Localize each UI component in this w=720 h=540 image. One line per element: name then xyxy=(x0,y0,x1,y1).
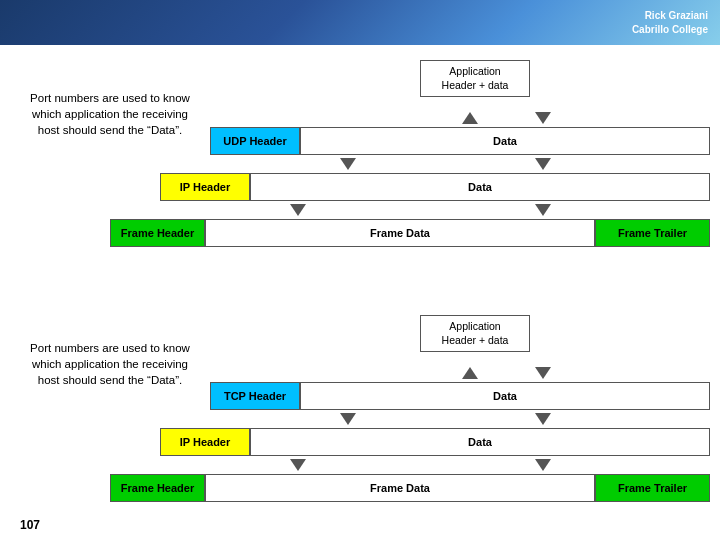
port-text-2: Port numbers are used to know which appl… xyxy=(20,340,200,388)
logo-line2: Cabrillo College xyxy=(632,23,708,37)
arrow-down-udp-right xyxy=(535,158,551,170)
arrow-down-right-2 xyxy=(535,367,551,379)
main-content: Port numbers are used to know which appl… xyxy=(0,45,720,540)
ip-row-1: IP Header Data xyxy=(160,173,710,201)
frame-header-cell-1: Frame Header xyxy=(110,219,205,247)
frame-data-cell-2: Frame Data xyxy=(205,474,595,502)
arrow-down-ip-right-1 xyxy=(535,204,551,216)
app-header-box-1: Application Header + data xyxy=(420,60,530,97)
udp-header-cell: UDP Header xyxy=(210,127,300,155)
page-number: 107 xyxy=(20,518,40,532)
arrow-down-tcp xyxy=(340,413,356,425)
arrow-up-2 xyxy=(462,367,478,379)
ip-data-cell-1: Data xyxy=(250,173,710,201)
arrow-down-ip-2 xyxy=(290,459,306,471)
ip-header-cell-2: IP Header xyxy=(160,428,250,456)
frame-trailer-cell-2: Frame Trailer xyxy=(595,474,710,502)
tcp-data-cell: Data xyxy=(300,382,710,410)
arrow-down-ip-right-2 xyxy=(535,459,551,471)
app-header-label-2: Application Header + data xyxy=(442,320,509,346)
ip-row-2: IP Header Data xyxy=(160,428,710,456)
arrow-down-udp xyxy=(340,158,356,170)
app-header-box-2: Application Header + data xyxy=(420,315,530,352)
arrow-down-tcp-right xyxy=(535,413,551,425)
udp-row: UDP Header Data xyxy=(210,127,710,155)
logo: Rick Graziani Cabrillo College xyxy=(632,9,708,37)
header-banner: Rick Graziani Cabrillo College xyxy=(0,0,720,45)
logo-line1: Rick Graziani xyxy=(632,9,708,23)
port-text-1: Port numbers are used to know which appl… xyxy=(20,90,200,138)
app-header-label-1: Application Header + data xyxy=(442,65,509,91)
tcp-row: TCP Header Data xyxy=(210,382,710,410)
tcp-header-cell: TCP Header xyxy=(210,382,300,410)
frame-data-cell-1: Frame Data xyxy=(205,219,595,247)
arrow-up-1 xyxy=(462,112,478,124)
ip-header-cell-1: IP Header xyxy=(160,173,250,201)
frame-trailer-cell-1: Frame Trailer xyxy=(595,219,710,247)
ip-data-cell-2: Data xyxy=(250,428,710,456)
frame-row-1: Frame Header Frame Data Frame Trailer xyxy=(110,219,710,247)
udp-data-cell: Data xyxy=(300,127,710,155)
frame-header-cell-2: Frame Header xyxy=(110,474,205,502)
arrow-down-right-1 xyxy=(535,112,551,124)
frame-row-2: Frame Header Frame Data Frame Trailer xyxy=(110,474,710,502)
arrow-down-ip-1 xyxy=(290,204,306,216)
